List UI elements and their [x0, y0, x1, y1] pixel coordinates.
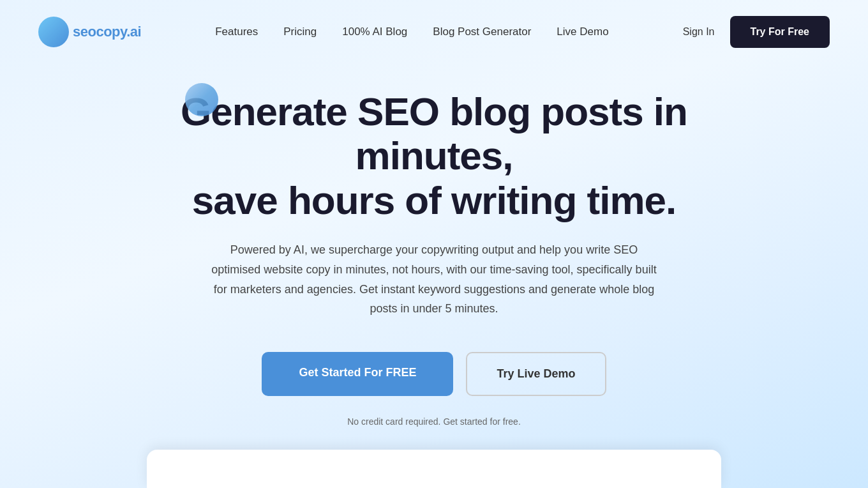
hero-decorative-circle	[185, 83, 218, 116]
nav-actions: Sign In Try For Free	[683, 16, 830, 48]
nav-link-ai-blog[interactable]: 100% AI Blog	[342, 26, 407, 38]
nav-link-pricing[interactable]: Pricing	[283, 26, 317, 38]
nav-item-features[interactable]: Features	[215, 26, 258, 38]
no-credit-card-text: No credit card required. Get started for…	[347, 416, 521, 427]
logo-icon	[38, 17, 69, 47]
logo[interactable]: seocopy.ai	[38, 17, 141, 47]
nav-link-features[interactable]: Features	[215, 26, 258, 38]
sign-in-link[interactable]: Sign In	[683, 26, 715, 38]
hero-buttons: Get Started For FREE Try Live Demo	[262, 352, 606, 396]
navbar: seocopy.ai Features Pricing 100% AI Blog…	[0, 0, 868, 64]
nav-link-blog-post-generator[interactable]: Blog Post Generator	[433, 26, 531, 38]
try-for-free-button[interactable]: Try For Free	[730, 16, 830, 48]
nav-item-pricing[interactable]: Pricing	[283, 26, 317, 38]
get-started-button[interactable]: Get Started For FREE	[262, 352, 453, 396]
logo-text: seocopy.ai	[73, 24, 141, 40]
nav-links: Features Pricing 100% AI Blog Blog Post …	[215, 26, 608, 38]
nav-item-ai-blog[interactable]: 100% AI Blog	[342, 26, 407, 38]
hero-title-line2: save hours of writing time.	[192, 178, 676, 222]
nav-item-live-demo[interactable]: Live Demo	[557, 26, 608, 38]
hero-subtitle: Powered by AI, we supercharge your copyw…	[211, 240, 657, 318]
hero-section: Generate SEO blog posts in minutes, save…	[0, 64, 868, 465]
hero-title-line1: Generate SEO blog posts in minutes,	[181, 89, 687, 178]
nav-link-live-demo[interactable]: Live Demo	[557, 26, 608, 38]
bottom-preview-bar	[147, 450, 721, 488]
try-live-demo-button[interactable]: Try Live Demo	[466, 352, 606, 396]
nav-item-blog-post-generator[interactable]: Blog Post Generator	[433, 26, 531, 38]
hero-title: Generate SEO blog posts in minutes, save…	[147, 89, 721, 222]
